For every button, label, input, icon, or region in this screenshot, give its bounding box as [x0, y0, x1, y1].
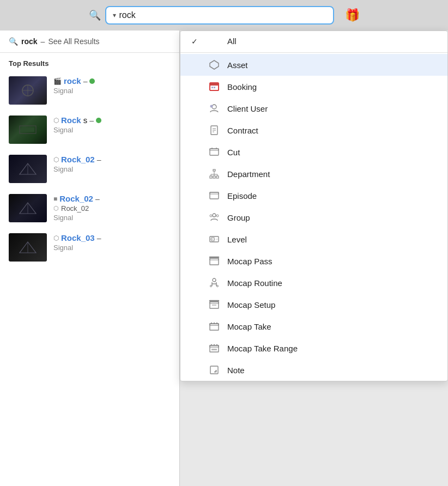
section-title: Top Results — [0, 53, 179, 71]
status-dot — [96, 118, 101, 123]
result-thumbnail — [9, 116, 47, 144]
result-info: ■ Rock_02 – ⬡ Rock_02 Signal — [53, 194, 171, 222]
dropdown-item-mocap-pass[interactable]: Mocap Pass — [180, 250, 447, 272]
result-name-line: ■ Rock_02 – — [53, 194, 171, 203]
list-item[interactable]: ⬡ Rock_02 – Signal — [0, 149, 179, 189]
result-signal: Signal — [53, 244, 171, 252]
result-thumbnail — [9, 76, 47, 105]
item-label-episode: Episode — [227, 191, 257, 201]
result-name-blue: Rock_02 — [59, 194, 93, 203]
item-label-contract: Contract — [227, 126, 258, 135]
dropdown-item-cut[interactable]: Cut — [180, 141, 447, 163]
level-icon — [208, 234, 221, 245]
dropdown-item-mocap-setup[interactable]: Mocap Setup — [180, 294, 447, 315]
mocap-routine-icon — [208, 277, 221, 288]
svg-rect-14 — [211, 87, 213, 88]
mocap-setup-icon — [208, 299, 221, 310]
top-bar: 🔍 ▾ rock 🎁 — [0, 0, 448, 31]
result-name-blue: Rock_02 — [61, 155, 95, 164]
svg-rect-28 — [213, 176, 215, 178]
item-label-booking: Booking — [227, 82, 257, 92]
item-label-level: Level — [227, 235, 247, 244]
dropdown-item-asset[interactable]: Asset — [180, 54, 447, 76]
result-name-blue: Rock_03 — [61, 233, 95, 242]
dropdown-item-group[interactable]: Group — [180, 206, 447, 228]
dropdown-item-mocap-routine[interactable]: Mocap Routine — [180, 272, 447, 294]
svg-rect-27 — [210, 176, 212, 178]
svg-rect-29 — [216, 176, 219, 178]
dropdown-item-level[interactable]: Level — [180, 228, 447, 250]
dropdown-item-client-user[interactable]: Client User — [180, 98, 447, 119]
dropdown-item-mocap-take-range[interactable]: Mocap Take Range — [180, 337, 447, 359]
group-icon — [208, 212, 221, 223]
list-item[interactable]: ⬡ Rock_03 – Signal — [0, 228, 179, 267]
chevron-down-icon[interactable]: ▾ — [113, 11, 116, 19]
see-all-results[interactable]: See All Results — [48, 37, 99, 46]
svg-rect-36 — [210, 192, 219, 194]
dropdown-item-contract[interactable]: Contract — [180, 119, 447, 141]
svg-rect-63 — [211, 349, 217, 350]
asset-icon — [208, 59, 221, 70]
result-info: ⬡ Rock_03 – Signal — [53, 233, 171, 252]
svg-rect-64 — [210, 366, 218, 374]
item-label-department: Department — [227, 169, 270, 179]
svg-point-17 — [210, 105, 213, 108]
mocap-take-range-icon — [208, 343, 221, 354]
result-name-blue: rock — [64, 76, 81, 86]
sub-type-icon: ⬡ — [53, 205, 59, 212]
list-item[interactable]: ■ Rock_02 – ⬡ Rock_02 Signal — [0, 189, 179, 228]
type-icon: ⬡ — [53, 117, 59, 124]
svg-rect-59 — [210, 345, 219, 347]
result-name-line: ⬡ Rock s – — [53, 116, 171, 125]
filter-dropdown: ✓ All Asset Booking Client User Contract — [180, 31, 448, 381]
type-icon: ⬡ — [53, 234, 59, 242]
type-icon: ⬡ — [53, 156, 59, 163]
svg-rect-22 — [210, 149, 219, 155]
dropdown-item-all[interactable]: ✓ All — [180, 31, 447, 51]
contract-icon — [208, 125, 221, 136]
dropdown-item-booking[interactable]: Booking — [180, 76, 447, 98]
cut-icon — [208, 147, 221, 157]
svg-rect-50 — [210, 302, 219, 303]
result-name-line: 🎬 rock – — [53, 76, 171, 86]
gift-icon[interactable]: 🎁 — [345, 8, 360, 22]
mocap-take-icon — [208, 321, 221, 332]
list-item[interactable]: ⬡ Rock s – Signal — [0, 110, 179, 149]
client-user-icon — [208, 103, 221, 114]
item-label-cut: Cut — [227, 148, 240, 157]
department-icon — [208, 168, 221, 179]
result-sub-name: Rock_02 — [61, 204, 89, 212]
list-item[interactable]: 🎬 rock – Signal — [0, 71, 179, 110]
search-icon: 🔍 — [89, 9, 101, 21]
left-panel: 🔍 rock – See All Results Top Results 🎬 r… — [0, 31, 180, 486]
search-query-text: rock — [21, 37, 38, 46]
mocap-pass-icon — [208, 256, 221, 266]
dropdown-item-mocap-take[interactable]: Mocap Take — [180, 315, 447, 337]
item-label-mocap-routine: Mocap Routine — [227, 278, 282, 288]
dropdown-item-note[interactable]: Note — [180, 359, 447, 381]
result-thumbnail — [9, 194, 47, 222]
item-label-group: Group — [227, 213, 250, 222]
svg-rect-53 — [210, 324, 219, 330]
result-dash: – — [83, 77, 88, 86]
svg-point-38 — [210, 215, 212, 217]
result-info: ⬡ Rock_02 – Signal — [53, 155, 171, 173]
result-sub: ⬡ Rock_02 — [53, 204, 171, 212]
left-panel-header[interactable]: 🔍 rock – See All Results — [0, 31, 179, 53]
item-label-all: All — [227, 37, 237, 46]
result-dash: – — [97, 155, 101, 164]
svg-rect-35 — [210, 192, 219, 199]
svg-rect-44 — [210, 258, 219, 260]
dropdown-item-department[interactable]: Department — [180, 163, 447, 185]
item-label-mocap-pass: Mocap Pass — [227, 257, 273, 266]
result-dash: – — [89, 116, 94, 125]
search-box[interactable]: ▾ rock — [105, 6, 334, 25]
svg-rect-26 — [213, 169, 215, 171]
result-signal: Signal — [53, 214, 171, 222]
result-name-rest: s — [83, 116, 88, 125]
dropdown-item-episode[interactable]: Episode — [180, 185, 447, 206]
svg-rect-13 — [210, 83, 219, 86]
svg-point-48 — [217, 285, 219, 287]
svg-rect-15 — [214, 87, 215, 88]
status-dot — [89, 78, 95, 84]
